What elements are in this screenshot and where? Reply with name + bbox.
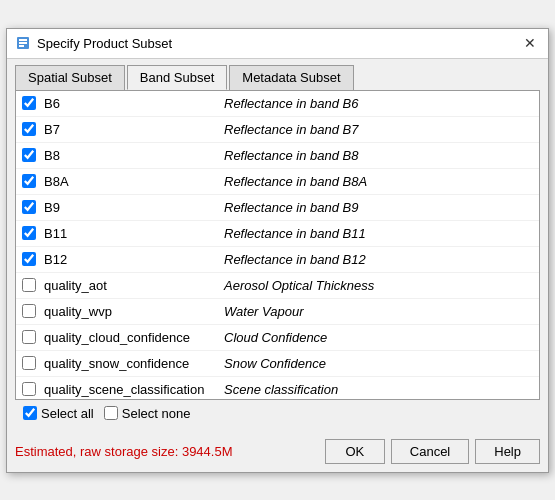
select-all-button[interactable]: Select all: [23, 406, 94, 421]
band-name: quality_scene_classification: [44, 382, 224, 397]
band-desc: Reflectance in band B11: [224, 226, 366, 241]
band-name: B11: [44, 226, 224, 241]
band-checkbox-quality_wvp[interactable]: [22, 304, 36, 318]
band-name: B9: [44, 200, 224, 215]
band-name: quality_wvp: [44, 304, 224, 319]
band-name: quality_snow_confidence: [44, 356, 224, 371]
band-checkbox-B11[interactable]: [22, 226, 36, 240]
band-name: quality_cloud_confidence: [44, 330, 224, 345]
tab-spatial[interactable]: Spatial Subset: [15, 65, 125, 90]
select-none-label: Select none: [122, 406, 191, 421]
band-list[interactable]: B6Reflectance in band B6B7Reflectance in…: [15, 90, 540, 400]
ok-button[interactable]: OK: [325, 439, 385, 464]
band-name: B6: [44, 96, 224, 111]
action-row: Estimated, raw storage size: 3944.5M OK …: [7, 435, 548, 472]
dialog-content: B6Reflectance in band B6B7Reflectance in…: [7, 90, 548, 435]
svg-rect-2: [19, 42, 27, 44]
band-desc: Scene classification: [224, 382, 338, 397]
band-checkbox-B8[interactable]: [22, 148, 36, 162]
band-desc: Snow Confidence: [224, 356, 326, 371]
band-checkbox-B7[interactable]: [22, 122, 36, 136]
band-desc: Reflectance in band B8A: [224, 174, 367, 189]
product-icon: [15, 35, 31, 51]
list-item: quality_aotAerosol Optical Thickness: [16, 273, 539, 299]
tabs: Spatial Subset Band Subset Metadata Subs…: [7, 59, 548, 90]
svg-rect-1: [19, 39, 27, 41]
band-checkbox-B9[interactable]: [22, 200, 36, 214]
list-item: B8AReflectance in band B8A: [16, 169, 539, 195]
cancel-button[interactable]: Cancel: [391, 439, 469, 464]
band-checkbox-B12[interactable]: [22, 252, 36, 266]
svg-rect-3: [19, 45, 24, 47]
band-desc: Reflectance in band B7: [224, 122, 358, 137]
band-name: B7: [44, 122, 224, 137]
band-name: B8A: [44, 174, 224, 189]
tab-band[interactable]: Band Subset: [127, 65, 227, 90]
dialog-title: Specify Product Subset: [37, 36, 172, 51]
action-buttons: OK Cancel Help: [325, 439, 540, 464]
band-checkbox-B8A[interactable]: [22, 174, 36, 188]
list-item: quality_scene_classificationScene classi…: [16, 377, 539, 400]
band-desc: Reflectance in band B12: [224, 252, 366, 267]
list-item: B12Reflectance in band B12: [16, 247, 539, 273]
list-item: quality_snow_confidenceSnow Confidence: [16, 351, 539, 377]
help-button[interactable]: Help: [475, 439, 540, 464]
band-desc: Reflectance in band B6: [224, 96, 358, 111]
list-item: B6Reflectance in band B6: [16, 91, 539, 117]
band-checkbox-quality_cloud_confidence[interactable]: [22, 330, 36, 344]
title-bar-left: Specify Product Subset: [15, 35, 172, 51]
storage-label: Estimated, raw storage size: 3944.5M: [15, 444, 233, 459]
band-desc: Water Vapour: [224, 304, 304, 319]
band-desc: Aerosol Optical Thickness: [224, 278, 374, 293]
list-item: B9Reflectance in band B9: [16, 195, 539, 221]
select-none-checkbox[interactable]: [104, 406, 118, 420]
band-checkbox-quality_aot[interactable]: [22, 278, 36, 292]
band-name: B8: [44, 148, 224, 163]
tab-metadata[interactable]: Metadata Subset: [229, 65, 353, 90]
list-item: B11Reflectance in band B11: [16, 221, 539, 247]
band-checkbox-quality_scene_classification[interactable]: [22, 382, 36, 396]
list-item: B7Reflectance in band B7: [16, 117, 539, 143]
list-item: quality_wvpWater Vapour: [16, 299, 539, 325]
band-name: quality_aot: [44, 278, 224, 293]
band-desc: Cloud Confidence: [224, 330, 327, 345]
select-all-label: Select all: [41, 406, 94, 421]
band-checkbox-quality_snow_confidence[interactable]: [22, 356, 36, 370]
select-all-checkbox[interactable]: [23, 406, 37, 420]
select-none-button[interactable]: Select none: [104, 406, 191, 421]
band-name: B12: [44, 252, 224, 267]
band-desc: Reflectance in band B8: [224, 148, 358, 163]
dialog: Specify Product Subset ✕ Spatial Subset …: [6, 28, 549, 473]
list-item: B8Reflectance in band B8: [16, 143, 539, 169]
title-bar: Specify Product Subset ✕: [7, 29, 548, 59]
close-button[interactable]: ✕: [520, 33, 540, 53]
band-desc: Reflectance in band B9: [224, 200, 358, 215]
band-checkbox-B6[interactable]: [22, 96, 36, 110]
selection-bar: Select all Select none: [15, 400, 540, 427]
list-item: quality_cloud_confidenceCloud Confidence: [16, 325, 539, 351]
